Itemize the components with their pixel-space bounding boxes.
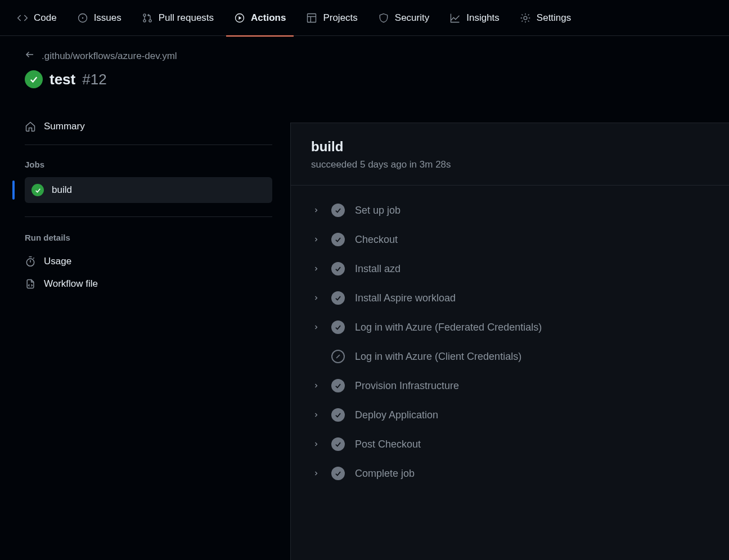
nav-pull-requests[interactable]: Pull requests [134, 0, 222, 36]
stopwatch-icon [25, 256, 36, 267]
nav-insights-label: Insights [466, 12, 500, 24]
success-icon [331, 320, 345, 334]
step-name: Install azd [355, 263, 400, 275]
chevron-right-icon [311, 295, 321, 301]
step-row[interactable]: Install Aspire workload [291, 283, 729, 313]
issue-icon [77, 12, 88, 24]
sidebar-usage[interactable]: Usage [25, 250, 272, 273]
nav-projects-label: Projects [323, 12, 357, 24]
play-icon [234, 12, 245, 24]
success-icon [331, 204, 345, 217]
svg-point-3 [143, 19, 146, 21]
sidebar-usage-label: Usage [44, 256, 71, 267]
svg-marker-6 [238, 16, 241, 20]
success-icon [331, 379, 345, 392]
code-icon [17, 12, 28, 24]
svg-point-4 [149, 19, 151, 21]
run-details-heading: Run details [25, 228, 272, 247]
step-row[interactable]: Install azd [291, 254, 729, 283]
sidebar-job-build[interactable]: build [25, 177, 272, 203]
svg-rect-7 [308, 13, 316, 22]
step-name: Complete job [355, 468, 415, 480]
chevron-right-icon [311, 207, 321, 214]
shield-icon [378, 12, 389, 24]
svg-line-15 [33, 258, 34, 259]
job-header: build succeeded 5 days ago in 3m 28s [291, 123, 729, 186]
step-row[interactable]: Checkout [291, 225, 729, 254]
run-title: test [50, 71, 75, 88]
step-name: Log in with Azure (Client Credentials) [355, 351, 521, 363]
projects-icon [306, 12, 317, 24]
graph-icon [449, 12, 461, 24]
sidebar-workflow-file-label: Workflow file [44, 278, 98, 290]
chevron-right-icon [311, 470, 321, 477]
step-row[interactable]: Complete job [291, 459, 729, 488]
gear-icon [520, 12, 531, 24]
success-icon [331, 262, 345, 276]
step-row[interactable]: Log in with Azure (Federated Credentials… [291, 313, 729, 342]
success-icon [331, 233, 345, 246]
nav-security[interactable]: Security [370, 0, 437, 36]
nav-insights[interactable]: Insights [442, 0, 507, 36]
step-row[interactable]: Post Checkout [291, 430, 729, 459]
success-icon [331, 437, 345, 451]
chevron-right-icon [311, 412, 321, 418]
step-name: Set up job [355, 205, 400, 216]
breadcrumb-path: .github/workflows/azure-dev.yml [42, 51, 177, 62]
step-row: Log in with Azure (Client Credentials) [291, 342, 729, 371]
file-code-icon [25, 278, 36, 290]
success-icon [331, 291, 345, 305]
nav-issues-label: Issues [94, 12, 122, 24]
nav-pr-label: Pull requests [159, 12, 214, 24]
step-name: Deploy Application [355, 409, 438, 421]
pull-request-icon [142, 12, 153, 24]
run-number: #12 [82, 71, 106, 88]
svg-line-16 [336, 355, 340, 358]
svg-point-10 [524, 16, 527, 20]
skipped-icon [331, 350, 345, 363]
step-name: Install Aspire workload [355, 292, 456, 304]
step-row[interactable]: Deploy Application [291, 400, 729, 430]
success-icon [331, 467, 345, 480]
nav-security-label: Security [395, 12, 429, 24]
success-icon [331, 408, 345, 422]
chevron-right-icon [311, 441, 321, 448]
step-name: Provision Infrastructure [355, 380, 459, 392]
success-icon [25, 70, 43, 88]
breadcrumb-back[interactable]: .github/workflows/azure-dev.yml [25, 49, 272, 62]
sidebar-workflow-file[interactable]: Workflow file [25, 273, 272, 295]
nav-settings[interactable]: Settings [512, 0, 579, 36]
sidebar-job-label: build [52, 184, 72, 196]
sidebar-summary-label: Summary [44, 121, 85, 132]
jobs-heading: Jobs [25, 155, 272, 174]
nav-code-label: Code [34, 12, 57, 24]
job-name: build [311, 139, 709, 155]
chevron-right-icon [311, 382, 321, 389]
svg-point-12 [26, 259, 34, 266]
svg-point-2 [143, 13, 146, 16]
step-row[interactable]: Provision Infrastructure [291, 371, 729, 400]
svg-point-1 [82, 17, 83, 19]
nav-projects[interactable]: Projects [298, 0, 365, 36]
nav-code[interactable]: Code [9, 0, 65, 36]
chevron-right-icon [311, 265, 321, 272]
chevron-right-icon [311, 236, 321, 243]
step-name: Log in with Azure (Federated Credentials… [355, 322, 542, 333]
step-name: Post Checkout [355, 439, 421, 450]
step-row[interactable]: Set up job [291, 196, 729, 225]
nav-settings-label: Settings [537, 12, 571, 24]
nav-issues[interactable]: Issues [69, 0, 129, 36]
success-icon [32, 184, 44, 196]
sidebar-summary[interactable]: Summary [25, 115, 272, 145]
repo-nav: Code Issues Pull requests Actions Projec… [0, 0, 729, 36]
step-name: Checkout [355, 234, 398, 246]
nav-actions[interactable]: Actions [226, 0, 294, 36]
home-icon [25, 121, 36, 132]
arrow-left-icon [25, 49, 35, 62]
chevron-right-icon [311, 324, 321, 331]
workflow-sidebar: .github/workflows/azure-dev.yml test #12… [0, 36, 290, 560]
nav-actions-label: Actions [251, 12, 286, 24]
steps-list: Set up jobCheckoutInstall azdInstall Asp… [291, 186, 729, 498]
job-panel: build succeeded 5 days ago in 3m 28s Set… [290, 123, 729, 560]
run-title-row: test #12 [25, 70, 272, 88]
